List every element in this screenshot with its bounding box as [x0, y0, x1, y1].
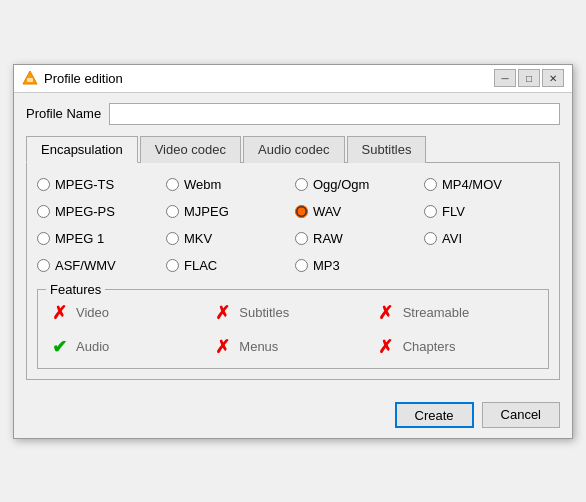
feature-streamable: ✗ Streamable: [375, 302, 538, 324]
feature-menus-label: Menus: [239, 339, 278, 354]
feature-video: ✗ Video: [48, 302, 211, 324]
cancel-button[interactable]: Cancel: [482, 402, 560, 428]
feature-subtitles: ✗ Subtitles: [211, 302, 374, 324]
cross-icon: ✗: [375, 336, 397, 358]
main-window: Profile edition ─ □ ✕ Profile Name Encap…: [13, 64, 573, 439]
maximize-button[interactable]: □: [518, 69, 540, 87]
svg-rect-1: [27, 78, 33, 82]
option-mp3[interactable]: MP3: [295, 258, 420, 273]
footer: Create Cancel: [14, 392, 572, 438]
svg-marker-0: [23, 71, 37, 84]
feature-chapters: ✗ Chapters: [375, 336, 538, 358]
feature-subtitles-label: Subtitles: [239, 305, 289, 320]
cross-icon: ✗: [48, 302, 70, 324]
feature-streamable-label: Streamable: [403, 305, 469, 320]
check-icon: ✔: [48, 336, 70, 358]
option-mpeg-ps[interactable]: MPEG-PS: [37, 204, 162, 219]
create-button[interactable]: Create: [395, 402, 474, 428]
option-wav[interactable]: WAV: [295, 204, 420, 219]
window-title: Profile edition: [44, 71, 123, 86]
cross-icon: ✗: [211, 336, 233, 358]
features-box: Features ✗ Video ✗ Subtitles ✗: [37, 289, 549, 369]
tab-subtitles[interactable]: Subtitles: [347, 136, 427, 163]
feature-audio-label: Audio: [76, 339, 109, 354]
option-asf-wmv[interactable]: ASF/WMV: [37, 258, 162, 273]
option-flac[interactable]: FLAC: [166, 258, 291, 273]
tab-content-encapsulation: MPEG-TS Webm Ogg/Ogm MP4/MOV MPEG-P: [26, 163, 560, 380]
profile-name-label: Profile Name: [26, 106, 101, 121]
profile-name-input[interactable]: [109, 103, 560, 125]
tabs-bar: Encapsulation Video codec Audio codec Su…: [26, 135, 560, 163]
option-mjpeg[interactable]: MJPEG: [166, 204, 291, 219]
feature-menus: ✗ Menus: [211, 336, 374, 358]
tab-audio-codec[interactable]: Audio codec: [243, 136, 345, 163]
cross-icon: ✗: [375, 302, 397, 324]
close-button[interactable]: ✕: [542, 69, 564, 87]
feature-video-label: Video: [76, 305, 109, 320]
minimize-button[interactable]: ─: [494, 69, 516, 87]
option-webm[interactable]: Webm: [166, 177, 291, 192]
tab-encapsulation[interactable]: Encapsulation: [26, 136, 138, 163]
option-avi[interactable]: AVI: [424, 231, 549, 246]
option-mpeg1[interactable]: MPEG 1: [37, 231, 162, 246]
vlc-icon: [22, 70, 38, 86]
cross-icon: ✗: [211, 302, 233, 324]
option-mp4-mov[interactable]: MP4/MOV: [424, 177, 549, 192]
profile-name-row: Profile Name: [26, 103, 560, 125]
titlebar-left: Profile edition: [22, 70, 123, 86]
empty-cell: [424, 258, 549, 273]
option-mpeg-ts[interactable]: MPEG-TS: [37, 177, 162, 192]
features-grid: ✗ Video ✗ Subtitles ✗ Streamable: [48, 302, 538, 358]
feature-chapters-label: Chapters: [403, 339, 456, 354]
feature-audio: ✔ Audio: [48, 336, 211, 358]
option-mkv[interactable]: MKV: [166, 231, 291, 246]
option-flv[interactable]: FLV: [424, 204, 549, 219]
option-raw[interactable]: RAW: [295, 231, 420, 246]
titlebar: Profile edition ─ □ ✕: [14, 65, 572, 93]
titlebar-controls: ─ □ ✕: [494, 69, 564, 87]
features-legend: Features: [46, 282, 105, 297]
encapsulation-options: MPEG-TS Webm Ogg/Ogm MP4/MOV MPEG-P: [37, 177, 549, 273]
tab-video-codec[interactable]: Video codec: [140, 136, 241, 163]
main-content: Profile Name Encapsulation Video codec A…: [14, 93, 572, 392]
option-ogg-ogm[interactable]: Ogg/Ogm: [295, 177, 420, 192]
